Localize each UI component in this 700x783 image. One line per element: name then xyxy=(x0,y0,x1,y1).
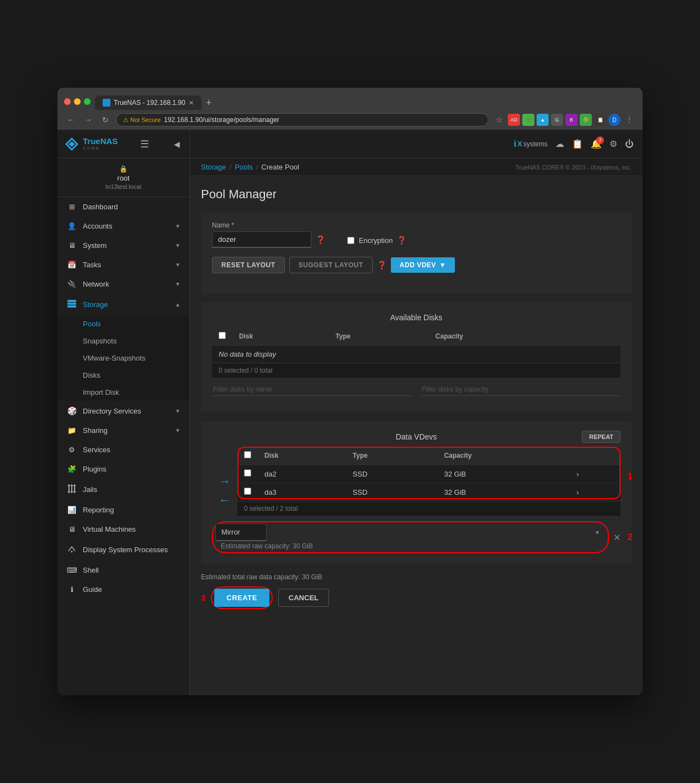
new-tab-button[interactable]: + xyxy=(201,96,216,110)
collapse-button[interactable]: ◀ xyxy=(171,138,183,150)
sidebar-label-system: System xyxy=(83,241,169,250)
sidebar-item-sharing[interactable]: 📁 Sharing ▼ xyxy=(57,421,189,440)
sidebar-item-shell[interactable]: ⌨ Shell xyxy=(57,560,189,580)
bookmark-button[interactable]: ☆ xyxy=(493,114,506,126)
move-left-button[interactable]: ← xyxy=(219,493,231,507)
vdev-row-2-capacity: 32 GiB xyxy=(437,483,570,501)
sidebar-item-dashboard[interactable]: ⊞ Dashboard xyxy=(57,197,189,216)
maximize-window-button[interactable] xyxy=(84,98,91,105)
sidebar-item-network[interactable]: 🔌 Network ▼ xyxy=(57,274,189,294)
settings-button[interactable]: ⚙ xyxy=(609,139,617,149)
reset-layout-button[interactable]: RESET LAYOUT xyxy=(212,257,285,273)
available-disks-table: Disk Type Capacity No data to display xyxy=(212,327,621,363)
import-disk-label: Import Disk xyxy=(83,388,119,396)
extension-2[interactable]: 🌿 xyxy=(522,114,534,126)
repeat-button[interactable]: REPEAT xyxy=(582,431,621,443)
mirror-close-button[interactable]: ✕ xyxy=(613,532,621,543)
extension-5[interactable]: B xyxy=(565,114,577,126)
tasks-icon-button[interactable]: 📋 xyxy=(572,139,583,149)
back-button[interactable]: ← xyxy=(64,114,77,126)
sidebar-item-import-disk[interactable]: Import Disk xyxy=(57,384,189,401)
tab-close-button[interactable]: ✕ xyxy=(189,99,194,107)
vdev-select-all-checkbox[interactable] xyxy=(244,451,251,458)
vdev-capacity-column-header: Capacity xyxy=(437,447,570,465)
sidebar-item-accounts[interactable]: 👤 Accounts ▼ xyxy=(57,216,189,236)
network-arrow-icon: ▼ xyxy=(175,281,181,287)
sidebar-item-directory-services[interactable]: 🎲 Directory Services ▼ xyxy=(57,401,189,421)
encryption-help-icon[interactable]: ❓ xyxy=(397,236,406,245)
close-window-button[interactable] xyxy=(64,98,71,105)
power-button[interactable]: ⏻ xyxy=(625,139,634,149)
sidebar-item-plugins[interactable]: 🧩 Plugins xyxy=(57,459,189,479)
vdev-row-2-type: SSD xyxy=(346,483,438,501)
breadcrumb-pools[interactable]: Pools xyxy=(235,163,253,171)
extension-3[interactable]: ▲ xyxy=(537,114,549,126)
profile-button[interactable]: D xyxy=(608,114,621,126)
vdev-select-all-header xyxy=(237,447,258,465)
sidebar-item-pools[interactable]: Pools xyxy=(57,315,189,332)
sidebar-item-system[interactable]: 🖥 System ▼ xyxy=(57,236,189,255)
security-indicator: ⚠ Not Secure xyxy=(123,117,161,124)
sidebar-item-storage[interactable]: Storage ▲ xyxy=(57,294,189,315)
vdev-row-1-checkbox-cell xyxy=(237,465,258,483)
extension-6[interactable]: 🟢 xyxy=(580,114,592,126)
ix-systems-logo: i X systems xyxy=(514,139,548,149)
create-button[interactable]: CREATE xyxy=(214,589,269,607)
extension-1[interactable]: AD xyxy=(508,114,520,126)
encryption-checkbox[interactable] xyxy=(347,237,354,244)
lock-icon: 🔒 xyxy=(119,165,128,173)
plugins-icon: 🧩 xyxy=(66,465,77,473)
minimize-window-button[interactable] xyxy=(74,98,81,105)
move-right-button[interactable]: → xyxy=(219,474,231,489)
sidebar-item-snapshots[interactable]: Snapshots xyxy=(57,332,189,350)
sidebar-label-directory-services: Directory Services xyxy=(83,407,169,415)
breadcrumb-storage[interactable]: Storage xyxy=(201,163,226,171)
sidebar-label-reporting: Reporting xyxy=(83,506,181,514)
mirror-select-wrapper: Mirror Stripe RAID-Z1 RAID-Z2 RAID-Z3 xyxy=(215,523,606,541)
vdev-row-1-checkbox[interactable] xyxy=(244,469,251,477)
data-vdevs-title: Data VDevs xyxy=(396,432,437,441)
cancel-button[interactable]: CANCEL xyxy=(278,589,329,607)
type-column-header: Type xyxy=(329,327,429,346)
reload-button[interactable]: ↻ xyxy=(99,114,112,126)
estimated-raw-capacity: Estimated raw capacity: 30 GiB xyxy=(215,541,606,551)
sidebar-item-tasks[interactable]: 📅 Tasks ▼ xyxy=(57,255,189,274)
name-help-icon[interactable]: ❓ xyxy=(316,235,325,244)
menu-button[interactable]: ⋮ xyxy=(623,114,636,126)
hamburger-menu-button[interactable]: ☰ xyxy=(137,136,152,152)
suggest-help-icon[interactable]: ❓ xyxy=(377,261,386,269)
sidebar-item-display-system-processes[interactable]: Display System Processes xyxy=(57,539,189,560)
add-vdev-button[interactable]: ADD VDEV ▼ xyxy=(391,257,455,273)
sidebar-item-disks[interactable]: Disks xyxy=(57,367,189,384)
sidebar-item-vmware-snapshots[interactable]: VMware-Snapshots xyxy=(57,350,189,367)
vdev-row-1-disk: da2 xyxy=(258,465,346,483)
virtual-machines-icon: 🖥 xyxy=(66,525,77,533)
filter-by-capacity-input[interactable] xyxy=(421,383,621,396)
address-bar[interactable]: ⚠ Not Secure 192.168.1.90/ui/storage/poo… xyxy=(116,113,489,126)
annotation-number-3: 3 xyxy=(201,593,205,602)
select-all-checkbox[interactable] xyxy=(219,332,226,339)
sidebar-item-virtual-machines[interactable]: 🖥 Virtual Machines xyxy=(57,520,189,539)
sidebar-item-jails[interactable]: Jails xyxy=(57,479,189,500)
vdev-content: → ← Disk xyxy=(212,447,621,516)
reporting-icon: 📊 xyxy=(66,506,77,514)
sidebar-item-services[interactable]: ⚙ Services xyxy=(57,440,189,459)
notification-badge: 7 xyxy=(596,136,604,144)
notifications-button[interactable]: 🔔 7 xyxy=(591,139,602,149)
extension-4[interactable]: G xyxy=(551,114,563,126)
breadcrumb-create-pool: Create Pool xyxy=(261,163,299,171)
filter-by-name-input[interactable] xyxy=(212,383,412,396)
vmware-snapshots-label: VMware-Snapshots xyxy=(83,354,145,362)
forward-button[interactable]: → xyxy=(82,114,95,126)
cloud-icon-button[interactable]: ☁ xyxy=(555,139,564,149)
mirror-select[interactable]: Mirror Stripe RAID-Z1 RAID-Z2 RAID-Z3 xyxy=(215,523,267,541)
sidebar-item-guide[interactable]: ℹ Guide xyxy=(57,580,189,599)
sidebar-item-reporting[interactable]: 📊 Reporting xyxy=(57,500,189,520)
browser-tab[interactable]: TrueNAS - 192.168.1.90 ✕ xyxy=(95,96,201,110)
suggest-layout-button[interactable]: SUGGEST LAYOUT xyxy=(289,257,373,273)
name-input[interactable] xyxy=(212,231,311,248)
vdev-row-2-actions: › xyxy=(570,483,621,501)
extension-7[interactable]: 📋 xyxy=(594,114,606,126)
annotation-number-1: 1 xyxy=(628,472,633,482)
vdev-row-2-checkbox[interactable] xyxy=(244,488,251,495)
